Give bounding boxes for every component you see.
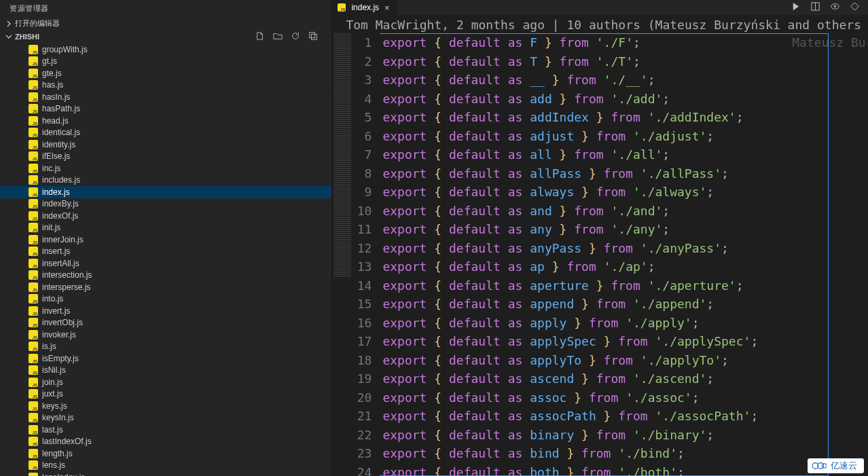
code-line[interactable]: export { default as apply } from './appl… <box>380 314 868 333</box>
js-file-icon <box>29 449 38 458</box>
file-item[interactable]: groupWith.js <box>0 43 331 56</box>
code-line[interactable]: export { default as applyTo } from './ap… <box>380 351 868 370</box>
file-item[interactable]: gt.js <box>0 56 331 68</box>
file-item[interactable]: insert.js <box>0 246 331 258</box>
preview-icon[interactable] <box>830 1 840 14</box>
code-line[interactable]: export { default as binary } from './bin… <box>380 426 868 445</box>
file-item[interactable]: ifElse.js <box>0 151 331 163</box>
file-item[interactable]: identity.js <box>0 139 331 151</box>
code-line[interactable]: export { default as bind } from './bind'… <box>380 444 868 463</box>
file-item[interactable]: innerJoin.js <box>0 234 331 246</box>
js-file-icon <box>29 413 38 422</box>
file-item[interactable]: head.js <box>0 115 331 127</box>
collapse-all-icon[interactable] <box>308 31 318 42</box>
tab-index-js[interactable]: index.js × <box>332 0 396 15</box>
file-tree[interactable]: groupWith.jsgt.jsgte.jshas.jshasIn.jshas… <box>0 43 331 476</box>
code-line[interactable]: export { default as add } from './add'; <box>380 90 868 109</box>
file-item[interactable]: last.js <box>0 424 331 436</box>
file-item[interactable]: invert.js <box>0 305 331 317</box>
file-label: identical.js <box>42 128 80 137</box>
code-line[interactable]: export { default as any } from './any'; <box>380 220 868 239</box>
js-file-icon <box>29 187 38 197</box>
js-file-icon <box>29 330 38 340</box>
file-item[interactable]: invoker.js <box>0 329 331 341</box>
play-icon[interactable] <box>791 1 801 14</box>
code-line[interactable]: export { default as addIndex } from './a… <box>380 108 868 127</box>
file-item[interactable]: includes.js <box>0 175 331 187</box>
open-editors-section[interactable]: 打开的编辑器 <box>0 17 331 30</box>
file-item[interactable]: lensIndex.js <box>0 471 331 476</box>
code-line[interactable]: export { default as all } from './all'; <box>380 145 868 164</box>
code-line[interactable]: export { default as append } from './app… <box>380 295 868 314</box>
file-item[interactable]: isNil.js <box>0 365 331 377</box>
file-item[interactable]: identical.js <box>0 127 331 139</box>
file-item[interactable]: indexOf.js <box>0 210 331 222</box>
split-icon[interactable] <box>810 1 820 14</box>
code-line[interactable]: export { default as anyPass } from './an… <box>380 239 868 258</box>
file-label: join.js <box>42 378 63 387</box>
file-item[interactable]: keysIn.js <box>0 412 331 424</box>
file-label: isEmpty.js <box>42 354 79 363</box>
code-line[interactable]: export { default as both } from './both'… <box>380 463 868 477</box>
file-item[interactable]: lastIndexOf.js <box>0 436 331 448</box>
code-line[interactable]: export { default as ascend } from './asc… <box>380 369 868 388</box>
file-item[interactable]: join.js <box>0 376 331 388</box>
code-line[interactable]: export { default as adjust } from './adj… <box>380 127 868 146</box>
file-item[interactable]: index.js <box>0 186 331 198</box>
new-folder-icon[interactable] <box>273 31 283 42</box>
file-item[interactable]: length.js <box>0 447 331 460</box>
file-label: hasPath.js <box>42 104 80 113</box>
file-label: lastIndexOf.js <box>42 437 92 446</box>
code-line[interactable]: export { default as allPass } from './al… <box>380 164 868 183</box>
tab-bar: index.js × <box>332 0 868 15</box>
file-item[interactable]: init.js <box>0 222 331 234</box>
file-item[interactable]: gte.js <box>0 67 331 79</box>
file-item[interactable]: hasPath.js <box>0 103 331 115</box>
close-icon[interactable]: × <box>383 3 391 13</box>
file-item[interactable]: insertAll.js <box>0 257 331 270</box>
code-line[interactable]: export { default as F } from './F';Mateu… <box>380 33 868 52</box>
file-item[interactable]: into.js <box>0 293 331 306</box>
refresh-icon[interactable] <box>291 31 300 42</box>
project-section[interactable]: ZHISHI <box>0 30 331 43</box>
file-label: index.js <box>42 187 70 197</box>
file-label: intersperse.js <box>42 282 90 292</box>
js-file-icon <box>29 354 38 363</box>
code-line[interactable]: export { default as ap } from './ap'; <box>380 257 868 276</box>
code-line[interactable]: export { default as assoc } from './asso… <box>380 388 868 407</box>
file-item[interactable]: invertObj.js <box>0 317 331 329</box>
file-item[interactable]: intersperse.js <box>0 281 331 293</box>
code-line[interactable]: export { default as always } from './alw… <box>380 183 868 202</box>
file-item[interactable]: intersection.js <box>0 270 331 282</box>
js-file-icon <box>29 128 38 137</box>
js-file-icon <box>29 104 38 113</box>
code-line[interactable]: export { default as aperture } from './a… <box>380 276 868 295</box>
file-item[interactable]: is.js <box>0 341 331 353</box>
file-item[interactable]: keys.js <box>0 400 331 412</box>
file-item[interactable]: isEmpty.js <box>0 352 331 365</box>
code-line[interactable]: export { default as __ } from './__'; <box>380 71 868 90</box>
file-item[interactable]: juxt.js <box>0 388 331 401</box>
code-line[interactable]: export { default as assocPath } from './… <box>380 407 868 426</box>
code-line[interactable]: export { default as T } from './T'; <box>380 52 868 71</box>
file-item[interactable]: lens.js <box>0 460 331 472</box>
js-file-icon <box>29 437 38 446</box>
code-content[interactable]: export { default as F } from './F';Mateu… <box>380 33 868 476</box>
new-file-icon[interactable] <box>255 31 265 42</box>
js-file-icon <box>29 45 38 54</box>
project-label: ZHISHI <box>15 33 39 41</box>
minimap[interactable] <box>332 33 352 476</box>
file-label: length.js <box>42 449 73 458</box>
file-label: has.js <box>42 80 63 90</box>
code-line[interactable]: export { default as and } from './and'; <box>380 202 868 221</box>
code-line[interactable]: export { default as applySpec } from './… <box>380 332 868 351</box>
file-item[interactable]: inc.js <box>0 162 331 175</box>
file-item[interactable]: hasIn.js <box>0 91 331 103</box>
js-file-icon <box>29 259 38 268</box>
file-label: init.js <box>42 223 60 232</box>
file-label: invert.js <box>42 306 70 316</box>
file-item[interactable]: has.js <box>0 79 331 92</box>
file-label: inc.js <box>42 164 60 173</box>
more-icon[interactable] <box>850 1 860 14</box>
file-item[interactable]: indexBy.js <box>0 198 331 210</box>
